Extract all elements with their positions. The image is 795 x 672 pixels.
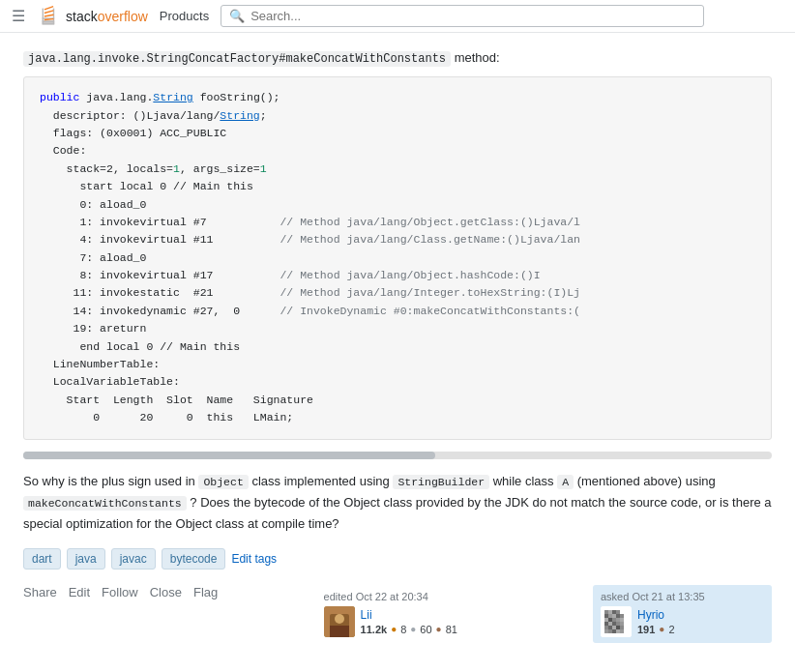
svg-rect-9 [44,5,54,10]
asker-name[interactable]: Hyrio [637,608,675,622]
svg-rect-22 [616,614,620,618]
follow-link[interactable]: Follow [102,585,138,599]
svg-rect-42 [616,629,620,633]
editor-avatar [324,606,355,637]
svg-rect-31 [612,622,616,626]
svg-rect-39 [604,629,608,633]
svg-rect-19 [604,614,608,618]
svg-rect-7 [44,14,54,16]
method-ref-code: java.lang.invoke.StringConcatFactory#mak… [23,51,451,67]
svg-rect-27 [616,618,620,622]
svg-rect-38 [620,626,624,629]
asker-rep: 191 ●2 [637,624,675,635]
svg-rect-21 [612,614,616,618]
asker-details: Hyrio 191 ●2 [637,608,675,635]
search-input[interactable] [250,9,695,23]
flag-link[interactable]: Flag [193,585,218,599]
action-row: Share Edit Follow Close Flag [23,585,218,599]
svg-rect-40 [608,629,612,633]
method-description: java.lang.invoke.StringConcatFactory#mak… [23,48,772,69]
svg-rect-26 [612,618,616,622]
edit-tags-link[interactable]: Edit tags [231,552,277,566]
logo-text: stackoverflow [66,9,148,24]
svg-rect-32 [616,622,620,626]
svg-rect-23 [620,614,624,618]
editor-rep: 11.2k ●8 ●60 ●81 [361,624,457,635]
hamburger-menu-icon[interactable]: ☰ [8,3,29,29]
svg-rect-0 [43,20,55,22]
tag-bytecode[interactable]: bytecode [162,548,226,570]
svg-rect-15 [604,610,608,614]
svg-rect-5 [44,23,53,24]
stringbuilder-code: StringBuilder [393,475,489,489]
tag-dart[interactable]: dart [23,548,61,570]
editor-name[interactable]: Lii [361,608,457,622]
svg-rect-33 [620,622,624,626]
tags-row: dart java javac bytecode Edit tags [23,548,772,570]
makeconcatwithconstants-code: makeConcatWithConstants [23,496,187,511]
svg-rect-37 [616,626,620,629]
svg-rect-35 [608,626,612,629]
svg-rect-25 [608,618,612,622]
svg-rect-43 [620,629,624,633]
editor-date: edited Oct 22 at 20:34 [324,591,487,602]
asker-info: Hyrio 191 ●2 [601,606,764,637]
question-text: So why is the plus sign used in Object c… [23,471,772,535]
code-block: public java.lang.String fooString(); des… [23,76,772,439]
svg-rect-28 [620,618,624,622]
svg-rect-17 [612,610,616,614]
svg-rect-16 [608,610,612,614]
tag-java[interactable]: java [67,548,105,570]
svg-rect-29 [604,622,608,626]
editor-bronze-badge: ● [436,624,442,634]
class-a-code: A [557,475,574,489]
products-nav-item[interactable]: Products [156,9,213,23]
svg-rect-34 [604,626,608,629]
edit-link[interactable]: Edit [69,585,90,599]
svg-rect-8 [44,10,54,14]
top-navigation: ☰ stackoverflow Products 🔍 [0,0,795,33]
search-bar: 🔍 [221,5,704,27]
code-scroll-indicator[interactable] [23,452,772,459]
svg-rect-3 [43,8,44,24]
main-content: java.lang.invoke.StringConcatFactory#mak… [0,33,795,658]
svg-rect-36 [612,626,616,629]
asker-bronze-badge: ● [659,624,664,634]
editor-details: Lii 11.2k ●8 ●60 ●81 [361,608,457,635]
svg-rect-18 [616,610,620,614]
object-code: Object [198,475,248,489]
editor-gold-badge: ● [391,624,397,634]
asker-card: asked Oct 21 at 13:35 [593,585,772,643]
svg-rect-30 [608,622,612,626]
asker-date: asked Oct 21 at 13:35 [601,591,764,602]
search-icon: 🔍 [229,9,245,23]
svg-rect-24 [604,618,608,622]
code-scroll-thumb [23,452,435,459]
svg-rect-20 [608,614,612,618]
tag-javac[interactable]: javac [111,548,156,570]
editor-card: edited Oct 22 at 20:34 Lii 11.2k ●8 [316,585,495,643]
svg-rect-13 [330,626,349,637]
editor-silver-badge: ● [410,624,416,634]
svg-rect-41 [612,629,616,633]
attribution-row: Share Edit Follow Close Flag edited Oct … [23,585,772,643]
close-link[interactable]: Close [150,585,182,599]
share-link[interactable]: Share [23,585,57,599]
editor-info: Lii 11.2k ●8 ●60 ●81 [324,606,487,637]
asker-avatar [601,606,632,637]
stackoverflow-logo[interactable]: stackoverflow [37,3,148,30]
svg-point-12 [335,614,344,624]
